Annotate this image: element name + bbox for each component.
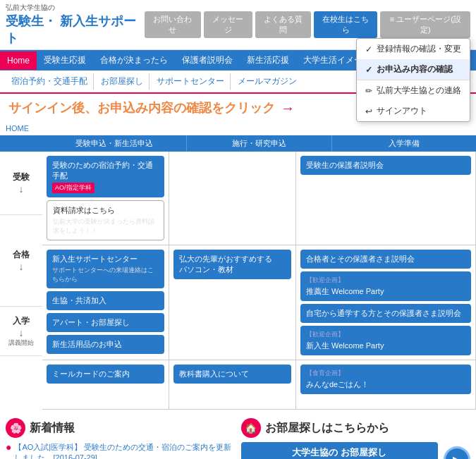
dropdown-registration[interactable]: ✓ 登録情報の確認・変更: [357, 39, 470, 59]
cat-nyugaku: 入学 ↓ 講義開始: [0, 307, 42, 356]
card-pass-briefing[interactable]: 合格者とその保護者さま説明会: [300, 250, 471, 269]
dropdown-menu: ✓ 登録情報の確認・変更 ✓ お申込み内容の確認 ✏ 弘前大学生協との連絡 ↩ …: [356, 38, 470, 122]
cell-gokaku-1: 新入生サポートセンター サポートセンターへの来場連絡はこちらから 生協・共済加入…: [42, 245, 169, 360]
cell-nyugaku-3: 【食育企画】 みんなdeごはん！: [296, 360, 476, 409]
room-icon: 🏠: [241, 418, 261, 438]
cell-gokaku-3: 合格者とその保護者さま説明会 【歓迎企画】 推薦生 Welcome Party …: [296, 245, 476, 360]
logo-main: 受験生・ 新入生サポート: [6, 13, 145, 47]
card-coop-join[interactable]: 生協・共済加入: [47, 291, 164, 310]
user-page-button[interactable]: ≡ ユーザーページ(設定): [380, 11, 470, 38]
news-icon: 🌸: [6, 418, 25, 438]
row-juken: 受験のための宿泊予約・交通手配 AO/指定学科 資料請求はこちら 弘前大学の受験…: [42, 152, 476, 245]
contact-button[interactable]: お問い合わせ: [145, 11, 201, 38]
nav-juken[interactable]: 受験生応援: [37, 50, 93, 71]
card-gohan[interactable]: 【食育企画】 みんなdeごはん！: [300, 365, 471, 394]
signout-icon: ↩: [365, 106, 372, 116]
cat-nyugaku-label: 入学: [13, 315, 30, 327]
news-section: 🌸 新着情報 ● 【AO入試|医学科】 受験生のための交通・宿泊のご案内を更新し…: [6, 418, 236, 459]
row-gokaku: 新入生サポートセンター サポートセンターへの来場連絡はこちらから 生協・共済加入…: [42, 245, 476, 360]
cat-gokaku-label: 合格: [13, 249, 30, 261]
top-nav-buttons: お問い合わせ メッセージ よくある質問 在校生はこちら ≡ ユーザーページ(設定…: [145, 11, 470, 38]
dropdown-order[interactable]: ✓ お申込み内容の確認: [357, 59, 470, 80]
room-banner-area: 大学生協の お部屋探し 【物件検索】はこちら! ▶: [241, 442, 471, 459]
breadcrumb-home[interactable]: HOME: [6, 124, 29, 133]
bottom-section: 🌸 新着情報 ● 【AO入試|医学科】 受験生のための交通・宿泊のご案内を更新し…: [0, 412, 476, 459]
cat-nyugaku-sub: 講義開始: [8, 338, 34, 348]
cat-gokaku-arrow: ↓: [19, 261, 24, 272]
logo-subtitle: 弘前大学生協の: [6, 3, 145, 13]
dropdown-contact-label: 弘前大学生協との連絡: [377, 85, 461, 97]
play-button[interactable]: ▶: [444, 446, 470, 459]
card-textbook[interactable]: 教科書購入について: [173, 365, 291, 384]
card-catalog[interactable]: 資料請求はこちら 弘前大学の受験が決まったら資料請求をしよう！！: [47, 200, 164, 240]
subnav-room[interactable]: お部屋探し: [95, 73, 149, 90]
check-icon-2: ✓: [365, 65, 372, 75]
faq-button[interactable]: よくある質問: [255, 11, 312, 38]
banner-text: サインイン後、お申込み内容の確認をクリック: [8, 99, 275, 116]
grid-container: 受験 ↓ 合格 ↓ 入学 ↓ 講義開始 受験のための宿泊予約・交通手配 AO/指…: [0, 152, 476, 410]
room-title-area: 🏠 お部屋探しはこちらから: [241, 418, 471, 438]
card-welcome-party-2[interactable]: 【歓迎企画】 新入生 Welcome Party: [300, 326, 471, 355]
cat-juken-arrow: ↓: [19, 183, 24, 195]
check-icon: ✓: [365, 44, 372, 54]
section-headers: 受験申込・新生活申込 施行・研究申込 入学準備: [0, 135, 476, 152]
nav-gokaku[interactable]: 合格が決まったら: [93, 50, 175, 71]
news-heading: 新着情報: [30, 421, 75, 436]
news-bullet-1: ●: [6, 442, 11, 452]
room-banner[interactable]: 大学生協の お部屋探し 【物件検索】はこちら!: [241, 442, 439, 459]
cell-juken-2: [169, 152, 296, 245]
news-link-1[interactable]: 【AO入試|医学科】 受験生のための交通・宿泊のご案内を更新しました。[2016…: [14, 442, 235, 459]
nav-home[interactable]: Home: [0, 51, 37, 70]
play-icon: ▶: [453, 453, 461, 460]
message-button[interactable]: メッセージ: [204, 11, 252, 38]
card-catalog-sub: 弘前大学の受験が決まったら資料請求をしよう！！: [53, 217, 158, 235]
dropdown-order-label: お申込み内容の確認: [377, 63, 453, 75]
subnav-magazine[interactable]: メールマガジン: [232, 73, 303, 90]
card-parent-briefing[interactable]: 受験生の保護者説明会: [300, 156, 471, 175]
main-grid: 受験のための宿泊予約・交通手配 AO/指定学科 資料請求はこちら 弘前大学の受験…: [42, 152, 476, 410]
logo-main-1: 受験生・: [6, 14, 56, 28]
banner-arrow: →: [281, 100, 295, 116]
card-tag-2: 【歓迎企画】: [306, 330, 465, 339]
card-support-center[interactable]: 新入生サポートセンター サポートセンターへの来場連絡はこちらから: [47, 250, 164, 288]
dropdown-contact[interactable]: ✏ 弘前大学生協との連絡: [357, 80, 470, 101]
subnav-support[interactable]: サポートセンター: [151, 73, 231, 90]
sh-label-3: 入学準備: [332, 135, 476, 152]
news-item-1[interactable]: ● 【AO入試|医学科】 受験生のための交通・宿泊のご案内を更新しました。[20…: [6, 442, 236, 459]
nav-shinsei[interactable]: 新生活応援: [240, 50, 296, 71]
card-welcome-party-1[interactable]: 【歓迎企画】 推薦生 Welcome Party: [300, 271, 471, 301]
card-home-briefing[interactable]: 自宅から通学する方とその保護者さま説明会: [300, 304, 471, 323]
cell-juken-3: 受験生の保護者説明会: [296, 152, 476, 245]
category-column: 受験 ↓ 合格 ↓ 入学 ↓ 講義開始: [0, 152, 42, 410]
dropdown-signout-label: サインアウト: [377, 105, 427, 117]
dropdown-signout[interactable]: ↩ サインアウト: [357, 101, 470, 121]
cell-juken-1: 受験のための宿泊予約・交通手配 AO/指定学科 資料請求はこちら 弘前大学の受験…: [42, 152, 169, 245]
cat-gokaku: 合格 ↓: [0, 215, 42, 307]
card-pc-materials[interactable]: 弘大の先輩がおすすめする パソコン・教材: [173, 250, 291, 279]
cat-nyugaku-arrow: ↓: [19, 327, 24, 338]
nav-hogosha[interactable]: 保護者説明会: [175, 50, 240, 71]
logo-area: 弘前大学生協の 受験生・ 新入生サポート: [6, 3, 145, 47]
card-tag-3: 【食育企画】: [306, 369, 465, 378]
card-new-life[interactable]: 新生活用品のお申込: [47, 335, 164, 354]
room-section: 🏠 お部屋探しはこちらから 大学生協の お部屋探し 【物件検索】はこちら! ▶: [241, 418, 471, 459]
card-apartment[interactable]: アパート・お部屋探し: [47, 313, 164, 332]
card-lodging-reservation[interactable]: 受験のための宿泊予約・交通手配 AO/指定学科: [47, 156, 164, 197]
row-nyugaku: ミールカードのご案内 教科書購入について 【食育企画】 みんなdeごはん！: [42, 360, 476, 410]
sh-label-1: 受験申込・新生活申込: [42, 135, 187, 152]
cell-nyugaku-1: ミールカードのご案内: [42, 360, 169, 409]
room-banner-line1: 大学生協の お部屋探し: [292, 446, 386, 459]
card-tag-1: 【歓迎企画】: [306, 276, 465, 285]
cell-gokaku-2: 弘大の先輩がおすすめする パソコン・教材: [169, 245, 296, 360]
dropdown-registration-label: 登録情報の確認・変更: [377, 43, 461, 55]
breadcrumb: HOME: [0, 122, 476, 135]
cat-juken-label: 受験: [13, 171, 30, 183]
pencil-icon: ✏: [365, 86, 372, 96]
cat-juken: 受験 ↓: [0, 152, 42, 215]
badge-ao: AO/指定学科: [52, 183, 94, 193]
page-wrapper: 弘前大学生協の 受験生・ 新入生サポート お問い合わせ メッセージ よくある質問…: [0, 0, 476, 459]
current-students-button[interactable]: 在校生はこちら: [314, 11, 377, 38]
card-meal[interactable]: ミールカードのご案内: [47, 365, 164, 384]
news-title-area: 🌸 新着情報: [6, 418, 236, 438]
subnav-lodging[interactable]: 宿泊予約・交通手配: [6, 73, 94, 90]
